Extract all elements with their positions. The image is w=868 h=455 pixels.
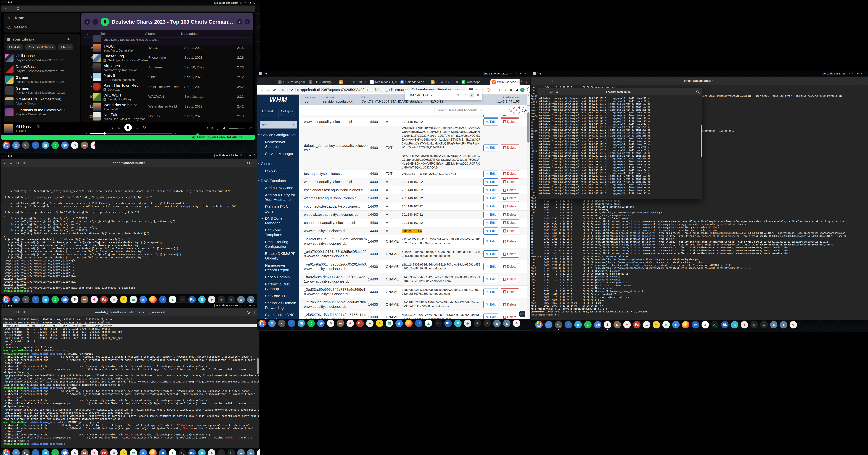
dock-icon-transfer[interactable]: ⇅ [731, 321, 738, 328]
dock-icon-cam-green[interactable]: ⊙ [218, 296, 225, 303]
delete-button[interactable]: Delete [501, 263, 519, 270]
browser-tab[interactable]: ⊕ETC Parking A× [276, 79, 307, 85]
dock-icon-rl-app[interactable]: RL [444, 320, 452, 327]
now-playing-artist[interactable]: Luciano [16, 129, 26, 133]
dock-icon-health[interactable]: ✚ [91, 449, 98, 455]
dock-icon-record[interactable]: ◉ [140, 296, 147, 303]
dock-icon-filezilla[interactable]: Fz [633, 321, 641, 328]
ext-triangle-icon[interactable]: ▲ [503, 88, 507, 92]
dock-icon-shutter[interactable]: S [71, 296, 79, 303]
queue-icon[interactable]: ≡ [212, 126, 214, 130]
sidebar-nav-item[interactable]: Delete a DNS Zone [257, 203, 299, 215]
dock-icon-eject[interactable]: ▲ [493, 320, 501, 327]
sidebar-item-home[interactable]: ⌂Home [4, 13, 80, 23]
library-item[interactable]: GaragePlaylist • 5ssno5z4ilivsoz9czoh19b… [4, 74, 80, 85]
dock-icon-drive[interactable]: ▲ [425, 320, 432, 327]
profile-icon[interactable]: ʘ [245, 19, 250, 25]
sidebar-nav-item[interactable]: Nameserver Selection [257, 138, 299, 150]
track-row[interactable]: 8 9 bis 9 SIRA, Bausa, badchieff 9 bis 9… [84, 72, 250, 82]
ext-bw-icon[interactable]: ◪ [515, 88, 519, 92]
app-grid-icon[interactable] [2, 1, 5, 4]
profile-avatar[interactable]: A [520, 88, 525, 92]
track-album[interactable]: Friesenjung [148, 56, 166, 60]
dock-icon-notes[interactable]: “ [288, 320, 295, 327]
dock-icon-boxes[interactable]: ▣ [42, 449, 49, 455]
whm-logo[interactable]: WHM [257, 95, 299, 105]
forward-icon[interactable]: → [267, 88, 270, 92]
dock-icon-qbittorrent[interactable]: qb [61, 296, 69, 303]
dock-icon-transfer[interactable]: ⇅ [198, 296, 206, 303]
dock-icon-gem[interactable]: ◆ [208, 449, 215, 455]
tab-close-icon[interactable]: × [365, 80, 366, 84]
collapse-button[interactable]: Collapse ↑ [279, 108, 297, 118]
sidebar-nav-item[interactable]: Add a DNS Zone [257, 184, 299, 191]
dock-icon-record[interactable]: ◉ [395, 320, 403, 327]
delete-button[interactable]: Delete [501, 276, 519, 283]
delete-button[interactable]: Delete [501, 219, 519, 226]
sidebar-nav-item[interactable]: Synchronize DNS Records [257, 311, 299, 319]
sidebar-nav-item[interactable]: Clusters [257, 160, 299, 167]
sidebar-nav-item[interactable]: Service Manager [257, 150, 299, 157]
delete-button[interactable]: Delete [501, 195, 519, 202]
sidebar-nav-item[interactable]: DNS Functions [257, 177, 299, 184]
dock-icon-sheets[interactable]: ▦ [130, 449, 137, 455]
delete-button[interactable]: Delete [501, 314, 519, 319]
dock-icon-boxes[interactable]: ▣ [574, 321, 582, 328]
tab-close-icon[interactable]: × [487, 80, 489, 84]
delete-button[interactable]: Delete [501, 228, 519, 234]
edit-button[interactable]: ✎Edit [484, 314, 498, 319]
connect-banner[interactable]: ◄) Listening on Echo Dot oficina [1, 135, 255, 140]
browser-tab[interactable]: cPWHM [servidor× [490, 79, 520, 85]
connect-device-icon[interactable]: ▯ [217, 126, 219, 130]
scrollbar-thumb[interactable] [527, 112, 529, 142]
library-item[interactable]: Guardians of the Galaxy Vol. 3Playlist •… [4, 107, 80, 118]
dock-icon-transfer[interactable]: ⇅ [198, 449, 206, 455]
dock-icon-editor[interactable]: ✎ [376, 320, 383, 327]
dock-icon-cam-green2[interactable]: ⊙ [760, 321, 768, 328]
track-row[interactable]: 6 Friesenjung ESki Aggu, Joost, Otto Waa… [84, 53, 250, 63]
edit-button[interactable]: ✎Edit [484, 301, 498, 308]
dock-icon-eject2[interactable]: ▲ [503, 320, 510, 327]
app-grid-icon[interactable] [533, 72, 536, 75]
library-title[interactable]: Your Library [12, 37, 65, 41]
browser-tab[interactable]: A192.168.9.10 /× [337, 79, 368, 85]
dock-icon-cat-app[interactable]: ω [81, 141, 88, 149]
browser-tab[interactable]: ☎WhatsApp× [460, 79, 490, 85]
terminal-output[interactable]: system("stty -F {$config["tec_enter_scan… [1, 167, 259, 294]
window-controls[interactable]: ×–❏ [257, 80, 276, 85]
dock-icon-boxes[interactable]: ▣ [42, 296, 49, 303]
dock-icon-gem[interactable]: ◆ [208, 296, 215, 303]
dock-icon-rl-app[interactable]: RL [721, 321, 728, 328]
dock-icon-green-terminal[interactable]: >_ [179, 449, 186, 455]
tab-close-icon[interactable]: × [395, 80, 397, 84]
dock-icon-health[interactable]: ✚ [346, 320, 354, 327]
dock-icon-gem[interactable]: ◆ [741, 321, 748, 328]
app-grid-icon[interactable] [2, 154, 5, 157]
sidebar-nav-item[interactable]: Add an A Entry for Your Hostname [257, 191, 299, 203]
dock-icon-files[interactable]: ▤ [12, 449, 20, 455]
dock-icon-terminal[interactable]: >_ [22, 449, 30, 455]
sound-icon[interactable]: ◄ [249, 1, 251, 4]
workspace-icon[interactable] [265, 72, 268, 75]
progress-bar[interactable] [90, 133, 172, 134]
dock-icon-editor[interactable]: ✎ [120, 296, 127, 303]
search-icon[interactable] [696, 91, 699, 93]
search-icon[interactable] [856, 79, 858, 82]
dock-icon-sheets[interactable]: ▦ [130, 296, 137, 303]
terminal-titlebar[interactable]: ×–❏⊞ onebit@bastelbude: ~ ⋮ [1, 159, 259, 167]
dock-icon-cam-green[interactable]: ⊙ [474, 320, 481, 327]
dock-icon-teamviewer[interactable]: ⇄ [415, 320, 423, 327]
track-row[interactable]: 7 Airplanes badmómzjay, Kool Savas Airpl… [84, 63, 250, 72]
dock-icon-eject2[interactable]: ▲ [780, 321, 787, 328]
find-next-icon[interactable]: ∨ [469, 92, 474, 98]
edit-button[interactable]: ✎Edit [484, 115, 498, 118]
edit-button[interactable]: ✎Edit [484, 144, 498, 152]
delete-button[interactable]: Delete [501, 118, 519, 125]
delete-button[interactable]: Delete [501, 178, 519, 185]
back-icon[interactable]: ← [260, 88, 264, 92]
dock-icon-qbittorrent[interactable]: qb [61, 141, 69, 149]
next-icon[interactable]: » [136, 126, 138, 130]
edit-button[interactable]: ✎Edit [484, 251, 498, 258]
sidebar-nav-item[interactable]: Nameserver Record Report [257, 262, 299, 273]
sidebar-filter-input[interactable]: dns× [260, 121, 297, 129]
